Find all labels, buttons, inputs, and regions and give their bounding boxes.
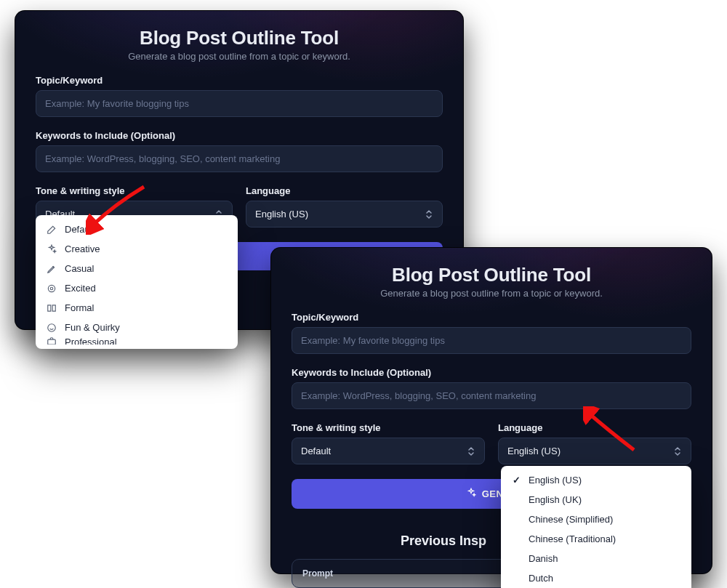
tone-option-casual[interactable]: Casual: [36, 259, 238, 278]
language-option-label: English (US): [529, 475, 582, 486]
language-option-en-us[interactable]: ✓ English (US): [501, 470, 691, 490]
language-option-label: Dutch: [529, 573, 553, 584]
language-option-dutch[interactable]: Dutch: [501, 568, 691, 588]
tone-select-value: Default: [301, 446, 331, 456]
topic-input[interactable]: [36, 90, 443, 117]
language-select-value: English (US): [507, 446, 561, 456]
tone-option-default[interactable]: Default: [36, 220, 238, 239]
wand-icon: [46, 225, 57, 235]
keywords-input[interactable]: [292, 382, 691, 409]
page-title: Blog Post Outline Tool: [36, 27, 443, 49]
sparkles-icon: [466, 488, 476, 500]
page-subtitle: Generate a blog post outline from a topi…: [36, 51, 443, 62]
language-select[interactable]: English (US): [246, 201, 443, 227]
language-option-danish[interactable]: Danish: [501, 549, 691, 568]
language-label: Language: [498, 422, 691, 433]
language-select-value: English (US): [255, 209, 308, 220]
chevron-updown-icon: [425, 209, 433, 220]
tone-select[interactable]: Default: [292, 438, 485, 464]
tone-option-label: Default: [65, 224, 95, 235]
page-subtitle: Generate a blog post outline from a topi…: [292, 288, 691, 299]
tone-option-formal[interactable]: Formal: [36, 298, 238, 318]
keywords-label: Keywords to Include (Optional): [36, 130, 443, 141]
language-dropdown[interactable]: ✓ English (US) English (UK) Chinese (Sim…: [501, 466, 691, 588]
keywords-input[interactable]: [36, 145, 443, 172]
svg-point-0: [48, 285, 55, 291]
tone-label: Tone & writing style: [36, 185, 233, 196]
tone-option-fun-quirky[interactable]: Fun & Quirky: [36, 318, 238, 337]
language-option-zh-traditional[interactable]: Chinese (Traditional): [501, 529, 691, 549]
tone-option-professional[interactable]: Professional: [36, 337, 238, 345]
book-icon: [46, 303, 57, 313]
tone-label: Tone & writing style: [292, 422, 485, 433]
tone-option-label: Professional: [65, 337, 117, 345]
topic-input[interactable]: [292, 327, 691, 354]
tool-panel-language-open: Blog Post Outline Tool Generate a blog p…: [270, 247, 712, 574]
svg-point-2: [48, 323, 56, 331]
chevron-updown-icon: [467, 446, 475, 456]
language-label: Language: [246, 185, 443, 196]
svg-rect-3: [48, 339, 56, 345]
tone-option-excited[interactable]: Excited: [36, 278, 238, 298]
svg-point-1: [50, 287, 53, 290]
language-option-en-uk[interactable]: English (UK): [501, 490, 691, 510]
keywords-label: Keywords to Include (Optional): [292, 367, 691, 378]
language-option-zh-simplified[interactable]: Chinese (Simplified): [501, 510, 691, 529]
target-icon: [46, 283, 57, 294]
tone-option-label: Casual: [65, 263, 94, 274]
tone-option-label: Fun & Quirky: [65, 322, 120, 333]
tone-option-label: Formal: [65, 302, 94, 313]
tone-option-label: Creative: [65, 243, 100, 254]
language-option-label: Danish: [529, 553, 558, 564]
topic-label: Topic/Keyword: [36, 75, 443, 86]
tone-option-label: Excited: [65, 283, 96, 294]
language-option-label: English (UK): [529, 494, 582, 505]
tone-option-creative[interactable]: Creative: [36, 239, 238, 259]
topic-label: Topic/Keyword: [292, 312, 691, 323]
pencil-icon: [46, 264, 57, 274]
briefcase-icon: [46, 337, 57, 345]
language-option-label: Chinese (Traditional): [529, 533, 616, 544]
chevron-updown-icon: [673, 446, 682, 456]
smile-icon: [46, 323, 57, 333]
page-title: Blog Post Outline Tool: [292, 264, 691, 286]
check-icon: ✓: [511, 475, 521, 486]
sparkles-icon: [46, 244, 57, 254]
language-option-label: Chinese (Simplified): [529, 514, 613, 525]
language-select[interactable]: English (US): [498, 438, 691, 464]
tone-dropdown[interactable]: Default Creative Casual Excited Formal: [36, 215, 238, 349]
